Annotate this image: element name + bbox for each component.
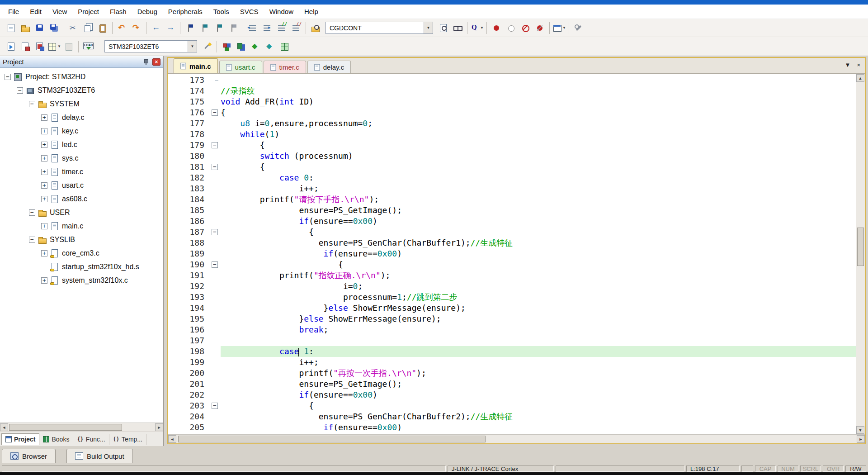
manage-runtime-environment-button[interactable]	[278, 40, 291, 53]
code-line[interactable]: 191 printf("指纹正确.\r\n");	[168, 270, 856, 281]
menu-project[interactable]: Project	[72, 5, 104, 18]
close-document-icon[interactable]: ×	[857, 62, 860, 68]
scroll-right-icon[interactable]: ►	[155, 423, 163, 431]
expand-icon[interactable]: +	[41, 223, 47, 229]
tree-item[interactable]: −Project: STM32HD	[1, 70, 163, 84]
select-software-packs-button[interactable]	[249, 40, 262, 53]
expand-icon[interactable]: +	[41, 196, 47, 202]
code-line[interactable]: 173	[168, 75, 856, 86]
tree-item[interactable]: −STM32F103ZET6	[1, 84, 163, 97]
dropdown-arrow-icon[interactable]: ▼	[424, 22, 433, 33]
kill-all-breakpoints-button[interactable]	[533, 21, 547, 35]
expand-icon[interactable]: +	[41, 182, 47, 189]
manage-components-button[interactable]	[234, 40, 248, 53]
code-line[interactable]: 189 if(ensure==0x00)	[168, 248, 856, 259]
find-text-combo[interactable]: CGDCONT▼	[326, 22, 433, 34]
dropdown-arrow-icon[interactable]: ▼	[188, 41, 197, 52]
code-line[interactable]: 183 i++;	[168, 183, 856, 194]
dropdown-arrow-icon[interactable]: ▼	[562, 26, 566, 30]
menu-flash[interactable]: Flash	[104, 5, 132, 18]
scroll-right-icon[interactable]: ►	[857, 435, 865, 443]
menu-window[interactable]: Window	[264, 5, 299, 18]
editor-hscrollbar[interactable]: ◄ ►	[168, 434, 865, 443]
fold-collapse-icon[interactable]: −	[212, 403, 218, 409]
menu-tools[interactable]: Tools	[208, 5, 235, 18]
code-line[interactable]: 175void Add_FR(int ID)	[168, 96, 856, 107]
tree-item[interactable]: +led.c	[1, 138, 163, 152]
code-line[interactable]: 185 ensure=PS_GetImage();	[168, 205, 856, 216]
code-line[interactable]: 194 }else ShowErrMessage(ensure);	[168, 303, 856, 314]
scroll-left-icon[interactable]: ◄	[0, 423, 8, 431]
open-file-button[interactable]	[19, 21, 32, 35]
menu-edit[interactable]: Edit	[24, 5, 47, 18]
dock-tab-build-output[interactable]: Build Output	[66, 449, 133, 463]
tree-item[interactable]: +delay.c	[1, 111, 163, 124]
menu-debug[interactable]: Debug	[132, 5, 163, 18]
code-line[interactable]: 177 u8 i=0,ensure,processnum=0;	[168, 118, 856, 129]
code-line[interactable]: 193 processnum=1;//跳到第二步	[168, 292, 856, 303]
scrollbar-thumb[interactable]	[178, 436, 486, 442]
collapse-icon[interactable]: −	[29, 101, 35, 107]
toggle-breakpoint-button[interactable]	[490, 21, 503, 35]
code-line[interactable]: 179− {	[168, 140, 856, 151]
menu-svcs[interactable]: SVCS	[235, 5, 264, 18]
code-line[interactable]: 199 i++;	[168, 357, 856, 368]
fold-collapse-icon[interactable]: −	[212, 261, 218, 268]
next-bookmark-button[interactable]	[212, 21, 226, 35]
paste-button[interactable]	[96, 21, 109, 35]
cut-button[interactable]	[67, 21, 80, 35]
save-all-button[interactable]	[47, 21, 61, 35]
stop-build-button[interactable]	[62, 40, 75, 53]
editor-tab-timer-c[interactable]: timer.c	[264, 61, 306, 73]
code-line[interactable]: 196 break;	[168, 324, 856, 335]
code-line[interactable]: 204 ensure=PS_GenChar(CharBuffer2);//生成特…	[168, 411, 856, 422]
options-for-target-button[interactable]	[200, 40, 214, 53]
tree-item[interactable]: +timer.c	[1, 165, 163, 179]
editor-tab-usart-c[interactable]: usart.c	[219, 61, 262, 73]
tree-item[interactable]: +as608.c	[1, 192, 163, 206]
project-tree-hscrollbar[interactable]: ◄ ►	[0, 423, 163, 432]
code-line[interactable]: 201 ensure=PS_GetImage();	[168, 379, 856, 390]
collapse-icon[interactable]: −	[29, 237, 35, 243]
tree-item[interactable]: +system_stm32f10x.c	[1, 274, 163, 287]
dropdown-arrow-icon[interactable]: ▼	[480, 26, 484, 30]
menu-view[interactable]: View	[47, 5, 72, 18]
unindent-selection-button[interactable]	[246, 21, 259, 35]
code-line[interactable]: 192 i=0;	[168, 281, 856, 292]
expand-icon[interactable]: +	[41, 155, 47, 162]
fold-collapse-icon[interactable]: −	[212, 229, 218, 235]
code-line[interactable]: 188 ensure=PS_GenChar(CharBuffer1);//生成特…	[168, 238, 856, 248]
code-line[interactable]: 182 case 0:	[168, 172, 856, 183]
collapse-icon[interactable]: −	[17, 87, 23, 94]
window-layout-button[interactable]: ▼	[552, 21, 566, 35]
dropdown-arrow-icon[interactable]: ▼	[57, 44, 61, 48]
previous-bookmark-button[interactable]	[198, 21, 211, 35]
code-line[interactable]: 205 if(ensure==0x00)	[168, 422, 856, 433]
code-line[interactable]: 202 if(ensure==0x00)	[168, 390, 856, 400]
collapse-icon[interactable]: −	[29, 209, 35, 216]
tree-item[interactable]: +main.c	[1, 219, 163, 233]
code-line[interactable]: 180 switch (processnum)	[168, 151, 856, 162]
code-line[interactable]: 203− {	[168, 400, 856, 411]
target-select-combo[interactable]: STM32F103ZET6▼	[104, 40, 197, 52]
editor-tab-main-c[interactable]: main.c	[174, 58, 218, 73]
scroll-left-icon[interactable]: ◄	[168, 435, 176, 443]
expand-icon[interactable]: +	[41, 142, 47, 148]
uncomment-selection-button[interactable]	[289, 21, 303, 35]
batch-build-button[interactable]: ▼	[47, 40, 61, 53]
find-in-document-button[interactable]	[436, 21, 450, 35]
collapse-icon[interactable]: −	[5, 74, 11, 80]
build-button[interactable]	[19, 40, 32, 53]
configure-button[interactable]	[572, 21, 585, 35]
enable-disable-breakpoint-button[interactable]	[504, 21, 518, 35]
code-line[interactable]: 187− {	[168, 227, 856, 238]
undo-button[interactable]	[115, 21, 129, 35]
tree-item[interactable]: −SYSTEM	[1, 97, 163, 111]
translate-file-button[interactable]	[4, 40, 18, 53]
copy-button[interactable]	[81, 21, 95, 35]
tree-item[interactable]: +usart.c	[1, 179, 163, 192]
tree-item[interactable]: +key.c	[1, 124, 163, 138]
tree-item[interactable]: −USER	[1, 206, 163, 219]
expand-icon[interactable]: +	[41, 277, 47, 284]
expand-icon[interactable]: +	[41, 250, 47, 256]
